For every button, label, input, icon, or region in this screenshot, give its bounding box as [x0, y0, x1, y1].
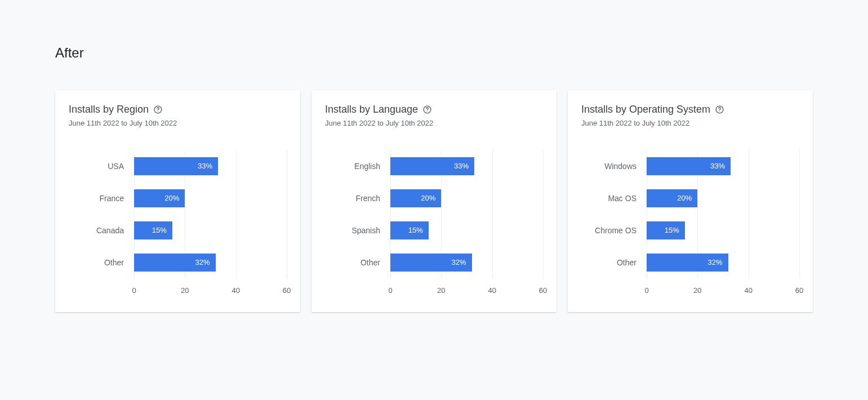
svg-point-5 — [719, 111, 720, 112]
card-header: Installs by Language — [325, 104, 543, 115]
category-label: Other — [69, 246, 134, 278]
category-label: USA — [69, 150, 134, 182]
x-tick: 40 — [744, 286, 752, 295]
help-icon[interactable] — [422, 105, 432, 114]
x-tick: 20 — [693, 286, 701, 295]
category-label: Other — [581, 246, 647, 278]
chart-language: English French Spanish Other 33% 20% 15%… — [325, 150, 543, 296]
x-axis-ticks: 0 20 40 60 — [134, 286, 287, 296]
card-title: Installs by Operating System — [581, 104, 710, 115]
cards-row: Installs by Region June 11th 2022 to Jul… — [55, 90, 813, 312]
plot-area: 33% 20% 15% 32% — [390, 150, 543, 278]
x-tick: 60 — [539, 286, 547, 295]
bar: 15% — [390, 221, 429, 239]
x-tick: 60 — [283, 286, 291, 295]
card-subtitle: June 11th 2022 to July 10th 2022 — [325, 119, 543, 127]
help-icon[interactable] — [715, 105, 724, 114]
category-label: Mac OS — [581, 182, 647, 214]
category-labels: USA France Canada Other — [69, 150, 134, 278]
svg-point-1 — [158, 111, 158, 112]
bar: 32% — [647, 254, 728, 272]
gridline — [543, 150, 544, 278]
x-tick: 0 — [388, 286, 392, 295]
card-subtitle: June 11th 2022 to July 10th 2022 — [581, 119, 799, 127]
gridline — [287, 150, 287, 278]
category-label: Other — [325, 246, 390, 278]
card-header: Installs by Region — [69, 104, 287, 115]
bar: 20% — [390, 189, 441, 207]
x-axis-ticks: 0 20 40 60 — [390, 286, 543, 296]
category-label: Spanish — [325, 214, 390, 246]
x-tick: 0 — [644, 286, 648, 295]
x-tick: 40 — [488, 286, 496, 295]
bar: 15% — [647, 221, 685, 239]
card-installs-by-region: Installs by Region June 11th 2022 to Jul… — [55, 90, 300, 312]
help-icon[interactable] — [153, 105, 163, 114]
card-title: Installs by Region — [69, 104, 149, 115]
bar: 20% — [134, 189, 185, 207]
category-labels: Windows Mac OS Chrome OS Other — [581, 150, 647, 278]
bar: 32% — [134, 254, 216, 272]
chart-os: Windows Mac OS Chrome OS Other 33% 20% 1… — [581, 150, 799, 296]
svg-point-3 — [427, 111, 428, 112]
bar: 33% — [647, 157, 731, 175]
category-label: Chrome OS — [581, 214, 647, 246]
card-header: Installs by Operating System — [581, 104, 799, 115]
plot-area: 33% 20% 15% 32% — [134, 150, 287, 278]
bar: 32% — [390, 254, 472, 272]
plot-area: 33% 20% 15% 32% — [647, 150, 799, 278]
x-tick: 40 — [232, 286, 239, 295]
category-labels: English French Spanish Other — [325, 150, 390, 278]
category-label: Windows — [581, 150, 647, 182]
page-title: After — [55, 45, 813, 61]
bar: 20% — [647, 189, 697, 207]
card-subtitle: June 11th 2022 to July 10th 2022 — [69, 119, 287, 127]
bar: 33% — [390, 157, 474, 175]
card-installs-by-os: Installs by Operating System June 11th 2… — [568, 90, 813, 312]
card-installs-by-language: Installs by Language June 11th 2022 to J… — [311, 90, 557, 312]
bar: 15% — [134, 221, 172, 239]
x-axis-ticks: 0 20 40 60 — [647, 286, 799, 296]
category-label: Canada — [69, 214, 134, 246]
x-tick: 20 — [181, 286, 189, 295]
x-tick: 20 — [437, 286, 445, 295]
category-label: France — [69, 182, 134, 214]
gridline — [799, 150, 800, 278]
x-tick: 0 — [132, 286, 136, 295]
chart-region: USA France Canada Other 33% 20% 15% 32% — [69, 150, 287, 296]
category-label: French — [325, 182, 390, 214]
category-label: English — [325, 150, 390, 182]
bar: 33% — [134, 157, 218, 175]
card-title: Installs by Language — [325, 104, 418, 115]
x-tick: 60 — [795, 286, 803, 295]
